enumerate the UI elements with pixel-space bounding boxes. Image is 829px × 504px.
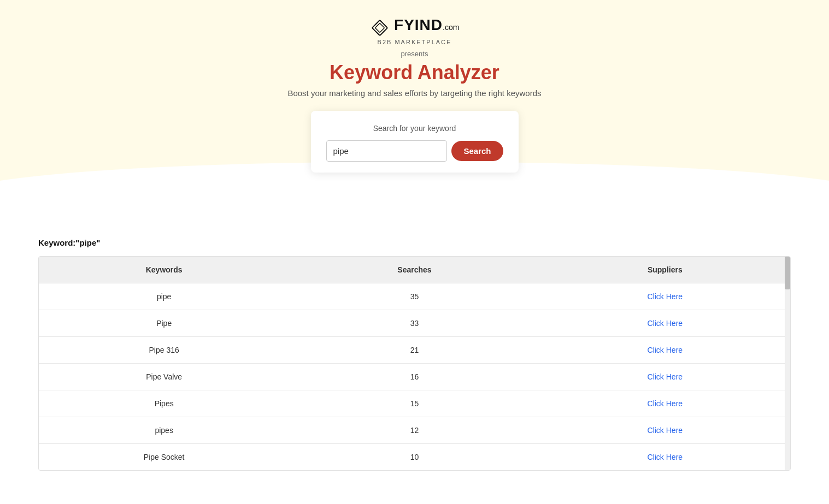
cell-suppliers: Click Here (540, 390, 790, 417)
scrollbar-thumb[interactable] (785, 257, 790, 289)
cell-suppliers: Click Here (540, 443, 790, 470)
table-row: Pipes15Click Here (39, 390, 790, 417)
cell-searches: 12 (289, 417, 539, 443)
logo-area: FYIND.com B2B marketplace (11, 16, 818, 45)
table-row: pipe35Click Here (39, 283, 790, 310)
presents-text: presents (11, 50, 818, 58)
click-here-link[interactable]: Click Here (648, 372, 683, 381)
cell-keyword: Pipe Socket (39, 443, 289, 470)
cell-keyword: Pipe Valve (39, 363, 289, 390)
search-input[interactable] (326, 140, 448, 162)
cell-keyword: Pipe 316 (39, 336, 289, 363)
cell-searches: 21 (289, 336, 539, 363)
search-button[interactable]: Search (451, 141, 503, 161)
logo-com: .com (443, 23, 459, 32)
click-here-link[interactable]: Click Here (648, 399, 683, 408)
col-header-searches: Searches (289, 257, 539, 283)
table-row: Pipe Socket10Click Here (39, 443, 790, 470)
logo-tagline: B2B marketplace (11, 39, 818, 45)
table-row: Pipe33Click Here (39, 310, 790, 336)
cell-suppliers: Click Here (540, 310, 790, 336)
keyword-label: Keyword:"pipe" (38, 238, 791, 247)
search-card: Search for your keyword Search (311, 111, 519, 173)
table-row: Pipe Valve16Click Here (39, 363, 790, 390)
search-row: Search (326, 140, 503, 162)
cell-keyword: pipes (39, 417, 289, 443)
svg-rect-0 (372, 20, 387, 35)
cell-keyword: Pipe (39, 310, 289, 336)
cell-keyword: pipe (39, 283, 289, 310)
cell-searches: 15 (289, 390, 539, 417)
logo-icon (370, 18, 390, 38)
click-here-link[interactable]: Click Here (648, 426, 683, 435)
results-table-wrapper: Keywords Searches Suppliers pipe35Click … (38, 256, 791, 471)
cell-searches: 33 (289, 310, 539, 336)
page-subtitle: Boost your marketing and sales efforts b… (11, 88, 818, 98)
cell-searches: 10 (289, 443, 539, 470)
col-header-suppliers: Suppliers (540, 257, 790, 283)
cell-keyword: Pipes (39, 390, 289, 417)
click-here-link[interactable]: Click Here (648, 346, 683, 354)
click-here-link[interactable]: Click Here (648, 292, 683, 301)
table-row: pipes12Click Here (39, 417, 790, 443)
cell-suppliers: Click Here (540, 336, 790, 363)
scrollbar-track[interactable] (785, 257, 790, 470)
svg-rect-1 (375, 23, 384, 32)
click-here-link[interactable]: Click Here (648, 453, 683, 461)
table-header-row: Keywords Searches Suppliers (39, 257, 790, 283)
cell-suppliers: Click Here (540, 283, 790, 310)
search-card-label: Search for your keyword (326, 124, 503, 133)
results-table: Keywords Searches Suppliers pipe35Click … (39, 257, 790, 470)
logo-text: FYIND (394, 16, 443, 33)
cell-searches: 35 (289, 283, 539, 310)
results-section: Keyword:"pipe" Keywords Searches Supplie… (0, 216, 829, 493)
click-here-link[interactable]: Click Here (648, 319, 683, 328)
col-header-keywords: Keywords (39, 257, 289, 283)
cell-suppliers: Click Here (540, 417, 790, 443)
cell-searches: 16 (289, 363, 539, 390)
hero-section: FYIND.com B2B marketplace presents Keywo… (0, 0, 829, 216)
table-row: Pipe 31621Click Here (39, 336, 790, 363)
page-title: Keyword Analyzer (11, 61, 818, 84)
cell-suppliers: Click Here (540, 363, 790, 390)
